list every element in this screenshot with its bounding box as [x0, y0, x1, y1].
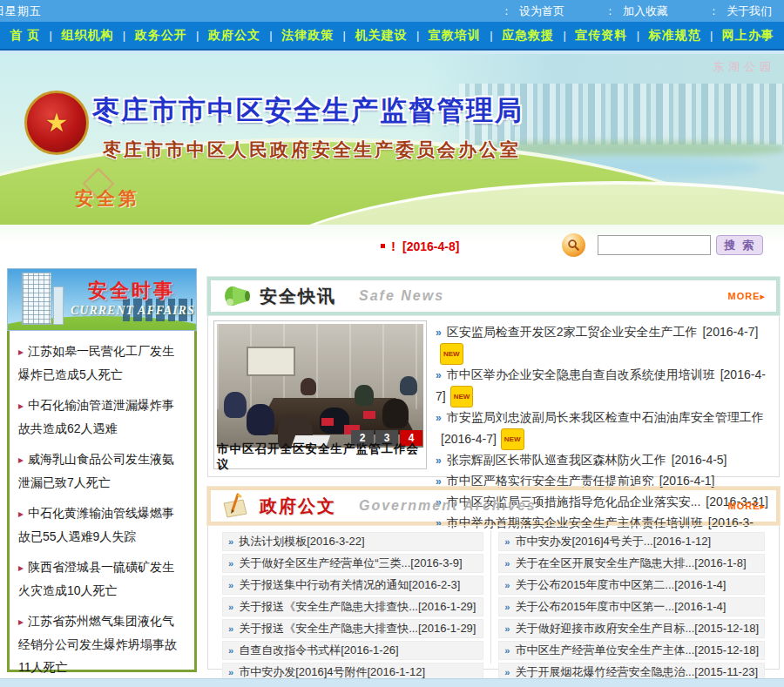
new-badge: NEW [501, 428, 524, 450]
sidebar-current-affairs: 安全时事 CURRENT AFFAIRS ▸江苏如皋一民营化工厂发生爆炸已造成5… [7, 268, 197, 678]
archives-more-link[interactable]: MORE▸ [727, 501, 766, 512]
national-emblem-logo: ★ [24, 91, 89, 155]
list-item[interactable]: »市中区严格实行安全生产责任提前追究[2016-4-1] [436, 471, 770, 492]
photo-caption: 市中区召开全区安全生产监管工作会议 [217, 448, 423, 466]
footer-strip [0, 678, 784, 687]
safety-slogan: 安全第 [75, 186, 140, 211]
scrolling-notice[interactable]: ! [2016-4-8] [381, 239, 459, 253]
list-item[interactable]: ▸中石化黄潍输油管线爆燃事故已55人遇难9人失踪 [18, 502, 186, 548]
nav-item-emergency[interactable]: 应急救援 [502, 28, 554, 44]
notice-date: [2016-4-8] [402, 239, 459, 253]
bullet-arrow-icon: ▸ [18, 400, 24, 412]
nav-item-online-service[interactable]: 网上办事 [722, 28, 774, 44]
news-photo[interactable]: 2 3 4 市中区召开全区安全生产监管工作会议 [213, 320, 427, 469]
bullet-arrow-icon: » [504, 536, 510, 547]
safe-news-list: »区安监局检查开发区2家工贸企业安全生产工作[2016-4-7]NEW »市中区… [427, 320, 774, 469]
list-item[interactable]: »关于开展烟花爆竹经营安全隐患治...[2015-11-23] [498, 663, 765, 678]
list-item[interactable]: »关于做好迎接市政府安全生产目标...[2015-12-18] [498, 619, 765, 638]
nav-item-organization[interactable]: 组织机构 [61, 28, 113, 44]
list-item[interactable]: »关于公布2015年度市中区第一...[2016-1-4] [498, 597, 765, 616]
notice-exclaim-icon: ! [391, 239, 395, 253]
building-graphic [22, 273, 51, 325]
nav-divider: | [416, 29, 419, 42]
list-item[interactable]: »市中安办发[2016]4号附件[2016-1-12] [222, 663, 483, 678]
bullet-arrow-icon: » [228, 580, 233, 590]
list-item[interactable]: »关于报送集中行动有关情况的通知[2016-2-3] [222, 576, 483, 595]
list-item[interactable]: ▸威海乳山食品公司发生液氨泄漏已致7人死亡 [18, 448, 186, 494]
list-item[interactable]: »市安监局刘忠波副局长来我区检查中石油油库安全管理工作[2016-4-7]NEW [436, 407, 770, 450]
list-item[interactable]: ▸江苏如皋一民营化工厂发生爆炸已造成5人死亡 [18, 340, 186, 386]
bullet-arrow-icon: » [504, 667, 510, 677]
bullet-arrow-icon: » [228, 667, 233, 677]
add-favorite-link[interactable]: ：加入收藏 [605, 3, 668, 19]
list-item[interactable]: »关于在全区开展安全生产隐患大排...[2016-1-8] [498, 554, 765, 573]
list-item[interactable]: ▸中石化输油管道泄漏爆炸事故共造成62人遇难 [18, 394, 186, 440]
bullet-arrow-icon: » [436, 412, 442, 424]
nav-item-standards[interactable]: 标准规范 [649, 28, 701, 44]
list-item[interactable]: »关于做好全区生产经营单位“三类...[2016-3-9] [222, 554, 483, 573]
list-item[interactable]: »关于公布2015年度市中区第二...[2016-1-4] [498, 576, 765, 595]
megaphone-icon [218, 283, 254, 309]
bullet-arrow-icon: » [228, 602, 233, 612]
set-homepage-link[interactable]: ：设为首页 [501, 3, 564, 19]
bullet-arrow-icon: » [228, 623, 233, 634]
main-nav: 首 页| 组织机构| 政务公开| 政府公文| 法律政策| 机关建设| 宣教培训|… [0, 22, 784, 51]
document-pen-icon [218, 493, 254, 519]
nav-divider: | [637, 29, 639, 42]
list-item[interactable]: ▸陕西省澄城县一硫磺矿发生火灾造成10人死亡 [18, 556, 186, 602]
list-item[interactable]: »市中区生产经营单位安全生产主体...[2015-12-18] [498, 641, 765, 660]
section-title: 安全快讯 [260, 285, 336, 308]
bullet-arrow-icon: » [436, 327, 442, 339]
list-item[interactable]: »关于报送《安全生产隐患大排查快...[2016-1-29] [222, 597, 483, 616]
list-item[interactable]: »执法计划模板[2016-3-22] [222, 532, 483, 551]
search-input[interactable] [598, 235, 711, 255]
list-item[interactable]: »张宗辉副区长带队巡查我区森林防火工作[2016-4-5] [436, 450, 770, 471]
bullet-arrow-icon: » [504, 602, 510, 612]
list-item[interactable]: »关于报送《安全生产隐患大排查快...[2016-1-29] [222, 619, 483, 638]
bullet-arrow-icon: ▸ [18, 616, 24, 628]
list-item[interactable]: »区安监局检查开发区2家工贸企业安全生产工作[2016-4-7]NEW [436, 322, 770, 365]
current-date: 日星期五 [0, 3, 42, 19]
nav-item-gov-documents[interactable]: 政府公文 [208, 28, 260, 44]
link-bullet-icon: ： [605, 4, 616, 17]
notice-search-band: ! [2016-4-8] 搜 索 [0, 225, 784, 268]
bullet-arrow-icon: » [504, 623, 510, 634]
site-subtitle: 枣庄市市中区人民政府安全生产委员会办公室 [103, 138, 521, 162]
bullet-arrow-icon: ▸ [18, 346, 24, 358]
safe-news-more-link[interactable]: MORE▸ [727, 291, 766, 302]
nav-item-gov-affairs[interactable]: 政务公开 [135, 28, 187, 44]
search-button[interactable]: 搜 索 [716, 235, 763, 255]
sidebar-news-box: ▸江苏如皋一民营化工厂发生爆炸已造成5人死亡 ▸中石化输油管道泄漏爆炸事故共造成… [7, 331, 197, 672]
nav-item-home[interactable]: 首 页 [10, 28, 40, 44]
archives-right-column: »市中安办发[2016]4号关于...[2016-1-12] »关于在全区开展安… [491, 530, 772, 663]
site-title: 枣庄市市中区安全生产监督管理局 [92, 92, 524, 129]
archives-left-column: »执法计划模板[2016-3-22] »关于做好全区生产经营单位“三类...[2… [215, 530, 491, 663]
list-item[interactable]: »市中安办发[2016]4号关于...[2016-1-12] [498, 532, 765, 551]
nav-divider: | [123, 29, 125, 42]
list-item[interactable]: »市中区举办企业安全隐患自查自改系统使用培训班[2016-4-7]NEW [436, 365, 770, 407]
link-bullet-icon: ： [501, 4, 512, 17]
section-title: 政府公文 [260, 495, 336, 518]
nav-item-publicity[interactable]: 宣传资料 [575, 28, 627, 44]
bullet-arrow-icon: » [436, 517, 442, 529]
list-item[interactable]: »自查自改指令书式样[2016-1-26] [222, 641, 483, 660]
nav-divider: | [343, 29, 346, 42]
sidebar-header-image: 安全时事 CURRENT AFFAIRS [7, 268, 197, 331]
nav-divider: | [50, 29, 52, 42]
list-item[interactable]: ▸江苏省苏州燃气集团液化气经销分公司发生爆炸坍塌事故11人死亡 [18, 610, 186, 678]
about-us-link[interactable]: ：关于我们 [708, 3, 772, 19]
search-icon[interactable] [562, 233, 585, 257]
bullet-arrow-icon: » [504, 645, 510, 656]
nav-item-agency-building[interactable]: 机关建设 [355, 28, 407, 44]
main-content: 安全时事 CURRENT AFFAIRS ▸江苏如皋一民营化工厂发生爆炸已造成5… [0, 268, 784, 678]
more-arrow-icon: ▸ [760, 291, 766, 301]
bullet-arrow-icon: » [228, 558, 233, 569]
nav-item-laws[interactable]: 法律政策 [281, 28, 334, 44]
bullet-arrow-icon: » [228, 536, 233, 547]
nav-divider: | [563, 29, 565, 42]
safe-news-body: 2 3 4 市中区召开全区安全生产监管工作会议 »区安监局检查开发区2家工贸企业… [207, 315, 780, 477]
nav-item-training[interactable]: 宣教培训 [429, 28, 481, 44]
content-column: 安全快讯 Safe News MORE▸ 2 3 4 [197, 268, 780, 678]
building-graphic [53, 286, 64, 325]
bullet-arrow-icon: » [436, 369, 442, 381]
